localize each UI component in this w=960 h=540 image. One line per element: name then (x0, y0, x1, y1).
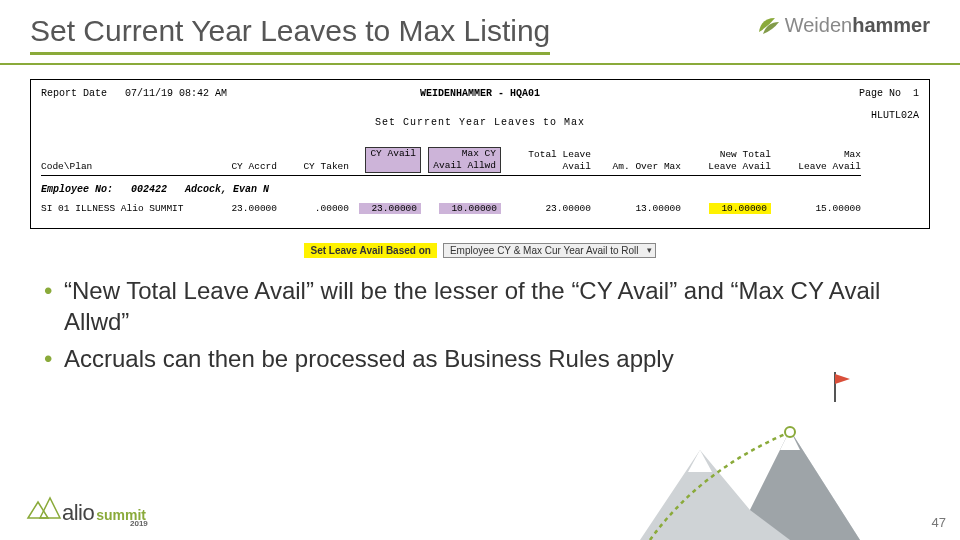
brand-text-thin: Weiden (785, 14, 852, 37)
col-taken: CY Taken (303, 161, 349, 172)
cell-avail: 23.00000 (359, 203, 421, 215)
employee-name: Adcock, Evan N (185, 184, 269, 197)
mountain-graphic (640, 380, 920, 540)
logo-text: alio (62, 500, 94, 526)
bullet-list: “New Total Leave Avail” will be the less… (44, 276, 916, 374)
cell-newtla: 10.00000 (709, 203, 771, 215)
cell-tla: 23.00000 (501, 203, 591, 215)
bullet-item: “New Total Leave Avail” will be the less… (44, 276, 916, 337)
brand-text-bold: hammer (852, 14, 930, 37)
dropdown-label: Set Leave Avail Based on (304, 243, 436, 258)
report-center-title: WEIDENHAMMER - HQA01 (31, 88, 929, 101)
slide-number: 47 (932, 515, 946, 530)
col-accrd: CY Accrd (231, 161, 277, 172)
logo-mtn-icon (26, 496, 62, 520)
flag-icon (832, 372, 852, 402)
alio-summit-logo: aliosummit 2019 (26, 496, 146, 526)
cell-maxcy: 10.00000 (439, 203, 501, 215)
cell-amover: 13.00000 (591, 203, 681, 215)
col-maxcy-highlight: Max CY Avail Allwd (428, 147, 501, 173)
svg-point-4 (785, 427, 795, 437)
col-avail-highlight: CY Avail (365, 147, 421, 173)
cell-maxla: 15.00000 (771, 203, 861, 215)
cell-codeplan: SI 01 ILLNESS Alio SUMMIT (41, 203, 205, 215)
dropdown-strip: Set Leave Avail Based on Employee CY & M… (0, 243, 960, 258)
employee-row: Employee No: 002422 Adcock, Evan N (41, 184, 919, 197)
svg-marker-7 (28, 502, 48, 518)
col-codeplan: Code\Plan (41, 161, 92, 172)
svg-marker-6 (835, 374, 850, 384)
bullet-item: Accruals can then be processed as Busine… (44, 344, 916, 375)
report-listing: Report Date 07/11/19 08:42 AM WEIDENHAMM… (30, 79, 930, 229)
column-headers: Code\Plan CY Accrd CY Taken CY Avail Max… (41, 147, 919, 176)
col-avail: CY Avail (370, 148, 416, 159)
report-code: HLUTL02A (871, 110, 919, 123)
cell-accrd: 23.00000 (205, 203, 277, 215)
employee-label: Employee No: (41, 184, 113, 197)
leaf-icon (755, 12, 781, 38)
col-amover: Am. Over Max (613, 161, 681, 172)
logo-year: 2019 (130, 519, 148, 528)
col-tla: Total Leave Avail (528, 149, 591, 172)
col-maxcy: Max CY Avail Allwd (433, 148, 496, 171)
col-maxla: Max Leave Avail (798, 149, 861, 172)
brand-logo: Weidenhammer (755, 12, 930, 38)
page-title: Set Current Year Leaves to Max Listing (30, 14, 550, 55)
col-newtla: New Total Leave Avail (708, 149, 771, 172)
report-subtitle: Set Current Year Leaves to Max (41, 117, 919, 130)
dropdown-select[interactable]: Employee CY & Max Cur Year Avail to Roll (443, 243, 656, 258)
employee-no: 002422 (131, 184, 167, 197)
header-rule (0, 63, 960, 65)
cell-taken: .00000 (277, 203, 349, 215)
svg-marker-8 (40, 498, 60, 518)
table-row: SI 01 ILLNESS Alio SUMMIT 23.00000 .0000… (41, 203, 919, 215)
